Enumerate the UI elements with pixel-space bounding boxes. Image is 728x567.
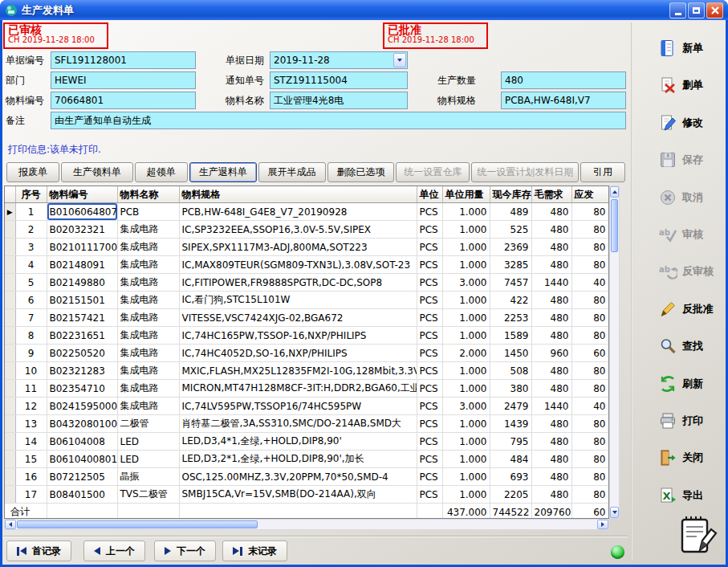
cell-code[interactable]: B02321283 [47,362,117,380]
column-header-spec[interactable]: 物料规格 [179,186,417,203]
department-field[interactable]: HEWEI [51,71,196,89]
cell-issue[interactable]: 60 [571,345,608,362]
doc-no-field[interactable]: SFL191128001 [51,51,196,69]
table-row[interactable]: 3B0210111700集成电路SIPEX,SPX1117M3-ADJ,800M… [5,239,608,256]
cell-stock[interactable]: 7457 [490,274,531,292]
cell-seq[interactable]: 11 [15,380,47,398]
vertical-scrollbar[interactable] [609,186,620,519]
cell-seq[interactable]: 16 [15,468,47,486]
cell-unit[interactable]: PCS [417,203,442,221]
cell-usage[interactable]: 1.000 [442,468,490,486]
column-header-unit[interactable]: 单位 [417,186,442,203]
cell-name[interactable]: 集成电路 [117,239,179,256]
cell-spec[interactable]: IC,MAX809TEUR(SGM809-TXN3L),3.08V,SOT-23 [179,256,417,274]
cell-stock[interactable]: 795 [490,433,531,451]
cell-code[interactable]: B07212505 [47,468,117,486]
cell-spec[interactable]: VITESSE,VSC7424XJG-02,BGA672 [179,309,417,327]
cell-unit[interactable]: PCS [417,239,442,256]
cell-gross[interactable]: 480 [531,433,571,451]
cell-code[interactable]: B0106064807 [47,203,117,221]
cell-spec[interactable]: IC,FITIPOWER,FR9888SPGTR,DC-DC,SOP8 [179,274,417,292]
cell-issue[interactable]: 80 [571,239,608,256]
table-row[interactable]: 6B02151501集成电路IC,看门狗,STC15L101WPCS1.0004… [5,292,608,309]
cell-spec[interactable]: MXIC,FLASH,MX25L12835FM2I-10G,128Mbit,3.… [179,362,417,380]
scroll-down-button[interactable] [610,507,619,518]
cell-gross[interactable]: 480 [531,451,571,468]
cell-code[interactable]: B02032321 [47,221,117,239]
cell-spec[interactable]: OSC,125.00MHZ,3.3V,20PPM,70*50,SMD-4 [179,468,417,486]
cell-usage[interactable]: 3.000 [442,274,490,292]
column-header-stock[interactable]: 现今库存 [490,186,531,203]
sidebar-button-modify[interactable]: 修改 [658,108,727,137]
column-header-issue[interactable]: 应发 [571,186,608,203]
cell-gross[interactable]: 960 [531,345,571,362]
cell-seq[interactable]: 13 [15,415,47,433]
cell-stock[interactable]: 2369 [490,239,531,256]
cell-spec[interactable]: LED,D3,2*1,全绿,+HOLD,DIP8,90',加长 [179,451,417,468]
cell-unit[interactable]: PCS [417,327,442,345]
table-row[interactable]: 10B02321283集成电路MXIC,FLASH,MX25L12835FM2I… [5,362,608,380]
toolbar-button-reference[interactable]: 引用 [580,162,625,182]
minimize-button[interactable] [669,2,686,18]
table-row[interactable]: 16B07212505晶振OSC,125.00MHZ,3.3V,20PPM,70… [5,468,608,486]
cell-unit[interactable]: PCS [417,221,442,239]
cell-usage[interactable]: 1.000 [442,256,490,274]
close-button[interactable] [706,2,723,18]
cell-seq[interactable]: 2 [15,221,47,239]
cell-issue[interactable]: 80 [571,292,608,309]
table-row[interactable]: 2B02032321集成电路IC,SP3232EEA,SSOP16,3.0V-5… [5,221,608,239]
cell-code[interactable]: B0241595000 [47,398,117,415]
cell-spec[interactable]: SIPEX,SPX1117M3-ADJ,800MA,SOT223 [179,239,417,256]
cell-stock[interactable]: 525 [490,221,531,239]
cell-gross[interactable]: 480 [531,415,571,433]
cell-usage[interactable]: 1.000 [442,380,490,398]
cell-code[interactable]: B0432080100 [47,415,117,433]
cell-unit[interactable]: PCS [417,398,442,415]
cell-issue[interactable]: 40 [571,274,608,292]
sidebar-button-delete[interactable]: 删单 [658,71,727,100]
cell-gross[interactable]: 1440 [531,398,571,415]
table-row[interactable]: 14B06104008LEDLED,D3,4*1,全绿,+HOLD,DIP8,9… [5,433,608,451]
material-spec-field[interactable]: PCBA,HW-648I,V7 [501,92,626,109]
cell-seq[interactable]: 14 [15,433,47,451]
column-header-gross[interactable]: 毛需求 [531,186,571,203]
column-header-seq[interactable]: 序号 [15,186,47,203]
cell-gross[interactable]: 480 [531,309,571,327]
cell-name[interactable]: 集成电路 [117,274,179,292]
remark-field[interactable]: 由生产通知单自动生成 [51,112,626,129]
cell-seq[interactable]: 4 [15,256,47,274]
cell-issue[interactable]: 80 [571,327,608,345]
cell-usage[interactable]: 1.000 [442,203,490,221]
table-row[interactable]: 17B08401500TVS二极管SMBJ15CA,Vr=15V,SMB(DO-… [5,486,608,504]
cell-seq[interactable]: 17 [15,486,47,504]
material-name-field[interactable]: 工业管理4光8电 [270,92,408,109]
column-header-code[interactable]: 物料编号 [47,186,117,203]
cell-code[interactable]: B02149880 [47,274,117,292]
cell-name[interactable]: 集成电路 [117,221,179,239]
cell-unit[interactable]: PCS [417,451,442,468]
cell-spec[interactable]: MICRON,MT47H128M8CF-3IT:H,DDR2,BGA60,工业级 [179,380,417,398]
cell-spec[interactable]: IC,SP3232EEA,SSOP16,3.0V-5.5V,SIPEX [179,221,417,239]
vertical-scroll-thumb[interactable] [611,199,618,252]
prod-qty-field[interactable]: 480 [501,71,626,89]
table-row[interactable]: 4B02148091集成电路IC,MAX809TEUR(SGM809-TXN3L… [5,256,608,274]
cell-issue[interactable]: 80 [571,203,608,221]
table-row[interactable]: 5B02149880集成电路IC,FITIPOWER,FR9888SPGTR,D… [5,274,608,292]
cell-usage[interactable]: 1.000 [442,433,490,451]
cell-spec[interactable]: IC,看门狗,STC15L101W [179,292,417,309]
cell-name[interactable]: PCB [117,203,179,221]
toolbar-button-production-return-order[interactable]: 生产退料单 [189,162,257,182]
cell-gross[interactable]: 480 [531,256,571,274]
notice-no-field[interactable]: STZ191115004 [270,71,408,89]
cell-gross[interactable]: 480 [531,362,571,380]
cell-issue[interactable]: 80 [571,433,608,451]
cell-unit[interactable]: PCS [417,380,442,398]
horizontal-scroll-thumb[interactable] [17,520,258,528]
table-row[interactable]: 15B0610400801LEDLED,D3,2*1,全绿,+HOLD,DIP8… [5,451,608,468]
nav-button-last-record[interactable]: 末记录 [222,540,287,561]
doc-date-dropdown-button[interactable] [393,53,406,67]
horizontal-scrollbar[interactable] [4,519,609,530]
cell-stock[interactable]: 2205 [490,486,531,504]
cell-spec[interactable]: IC,74HC4052D,SO-16,NXP/PHILIPS [179,345,417,362]
cell-gross[interactable]: 1440 [531,274,571,292]
